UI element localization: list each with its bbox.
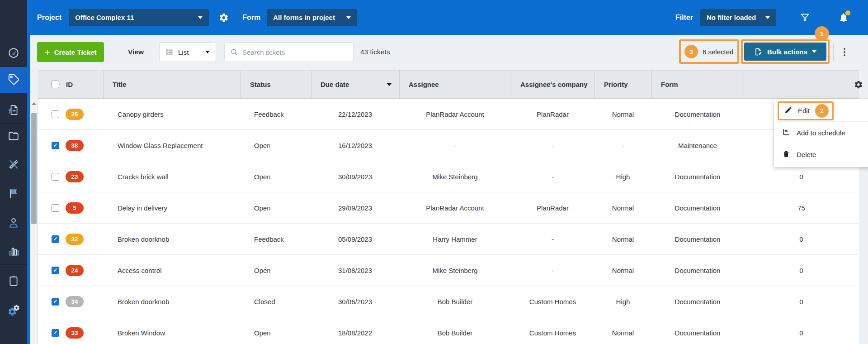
flag-icon <box>8 188 19 201</box>
statistics-chart-icon <box>8 245 19 259</box>
column-header-due-date[interactable]: Due date <box>311 71 399 98</box>
row-checkbox[interactable]: ✓ <box>52 235 59 243</box>
row-checkbox[interactable] <box>52 204 59 212</box>
person-icon <box>8 217 19 230</box>
column-header-form[interactable]: Form <box>651 71 744 98</box>
bulk-actions-menu: Edit 2Add to scheduleDelete <box>774 99 868 167</box>
ticket-assignee: - <box>399 130 511 161</box>
ticket-due-date: 30/06/2023 <box>311 286 399 317</box>
sort-caret-icon[interactable] <box>387 83 392 86</box>
table-row[interactable]: 5 Delay in delivery Open 29/09/2023 Plan… <box>38 192 859 224</box>
project-settings-button[interactable] <box>219 13 229 23</box>
sidebar-item-statistics[interactable] <box>0 239 27 265</box>
ticket-title[interactable]: Broken doorknob <box>103 286 241 317</box>
ticket-status: Open <box>241 255 311 286</box>
ticket-id-badge: 33 <box>66 327 84 339</box>
select-all-checkbox[interactable] <box>52 81 59 88</box>
sidebar <box>0 0 27 344</box>
table-row[interactable]: 25 Canopy girders Feedback 22/12/2023 Pl… <box>38 99 859 130</box>
sidebar-item-dashboard[interactable] <box>0 41 27 67</box>
filter-label: Filter <box>675 14 693 22</box>
notification-dot <box>845 10 850 15</box>
search-input[interactable] <box>242 48 348 56</box>
sidebar-item-contacts[interactable] <box>0 211 27 236</box>
ticket-status: Closed <box>241 286 311 317</box>
vertical-scrollbar[interactable] <box>30 99 38 344</box>
menu-item-edit[interactable]: Edit 2 <box>774 100 868 122</box>
clipboard-icon <box>8 275 19 288</box>
notifications-button[interactable] <box>838 12 849 23</box>
schedule-icon <box>782 128 790 138</box>
view-select[interactable]: List <box>159 42 216 62</box>
column-header-priority[interactable]: Priority <box>594 71 651 98</box>
sidebar-item-settings[interactable] <box>0 298 27 324</box>
ticket-title[interactable]: Window Glass Replacement <box>103 130 241 161</box>
ticket-assignee: PlanRadar Account <box>399 192 511 223</box>
ticket-id-badge: 23 <box>66 171 84 182</box>
search-box[interactable] <box>224 42 354 62</box>
ticket-title[interactable]: Access control <box>103 255 241 286</box>
column-settings-button[interactable] <box>854 80 863 91</box>
ticket-title[interactable]: Canopy girders <box>103 99 241 129</box>
row-checkbox[interactable]: ✓ <box>52 329 59 337</box>
forms-select[interactable]: All forms in project <box>267 9 357 26</box>
ticket-title[interactable]: Cracks brick wall <box>103 161 241 192</box>
menu-item-add-to-schedule[interactable]: Add to schedule <box>774 122 868 143</box>
sidebar-item-templates[interactable] <box>0 269 27 294</box>
row-checkbox[interactable]: ✓ <box>52 142 59 149</box>
ticket-title[interactable]: Delay in delivery <box>103 192 241 223</box>
main-content: + Create Ticket View List 43 tickets 3 6… <box>30 35 868 344</box>
table-row[interactable]: ✓ 38 Window Glass Replacement Open 16/12… <box>38 130 859 161</box>
folder-icon <box>8 130 19 143</box>
table-row[interactable]: 23 Cracks brick wall Open 30/09/2023 Mik… <box>38 161 859 192</box>
scrollbar-thumb[interactable] <box>31 113 37 224</box>
gear-icon <box>219 13 229 23</box>
sidebar-item-documents[interactable] <box>0 124 27 149</box>
toolbar-divider <box>833 43 834 61</box>
more-options-button[interactable] <box>838 42 851 62</box>
ticket-extra-value: 0 <box>744 317 859 344</box>
row-checkbox[interactable]: ✓ <box>52 298 59 306</box>
sidebar-item-milestones[interactable] <box>0 182 27 207</box>
column-header-title[interactable]: Title <box>103 71 241 98</box>
ticket-priority: Normal <box>594 192 651 223</box>
step-1-badge: 1 <box>815 26 829 41</box>
project-select[interactable]: Office Complex 11 <box>69 9 209 26</box>
filter-select[interactable]: No filter loaded <box>700 9 776 26</box>
column-header-status[interactable]: Status <box>241 71 311 98</box>
column-header-extra[interactable] <box>744 71 859 98</box>
ticket-assignee: Mike Steinberg <box>399 161 511 192</box>
bulk-actions-button[interactable]: Bulk actions <box>744 43 826 61</box>
table-row[interactable]: ✓ 32 Broken doorknob Feedback 05/09/2023… <box>38 224 859 255</box>
ticket-assignee-company: - <box>511 224 594 254</box>
column-header-assignee-company[interactable]: Assignee's company <box>511 71 594 98</box>
menu-item-delete[interactable]: Delete <box>774 143 868 165</box>
table-row[interactable]: ✓ 34 Broken doorknob Closed 30/06/2023 B… <box>38 286 859 317</box>
column-header-id[interactable]: ID <box>66 81 73 88</box>
chevron-down-icon <box>205 51 210 53</box>
scroll-up-arrow-icon[interactable] <box>32 102 36 105</box>
sidebar-item-reports[interactable] <box>0 98 27 124</box>
table-row[interactable]: ✓ 33 Broken Window Open 18/08/2022 Bob B… <box>38 317 859 344</box>
table-row[interactable]: ✓ 24 Access control Open 31/08/2023 Mike… <box>38 255 859 286</box>
column-header-assignee[interactable]: Assignee <box>399 71 511 98</box>
ticket-table-body: 25 Canopy girders Feedback 22/12/2023 Pl… <box>38 99 859 344</box>
row-checkbox[interactable] <box>52 110 59 118</box>
row-checkbox[interactable]: ✓ <box>52 267 59 274</box>
filter-funnel-button[interactable] <box>800 12 810 23</box>
kebab-icon <box>844 48 845 50</box>
ticket-title[interactable]: Broken Window <box>103 317 241 344</box>
row-checkbox[interactable] <box>52 173 59 181</box>
ticket-assignee-company: Custom Homes <box>511 317 594 344</box>
ticket-status: Open <box>241 192 311 223</box>
edit-item-highlight: Edit 2 <box>778 101 834 120</box>
ticket-due-date: 31/08/2023 <box>311 255 399 286</box>
ticket-assignee: Harry Hammer <box>399 224 511 254</box>
sidebar-item-tickets[interactable] <box>0 67 27 93</box>
ticket-title[interactable]: Broken doorknob <box>103 224 241 254</box>
ticket-extra-value: 75 <box>744 192 859 223</box>
ticket-assignee: Bob Builder <box>399 286 511 317</box>
sidebar-item-plans[interactable] <box>0 153 27 178</box>
settings-gears-icon <box>7 304 20 318</box>
create-ticket-button[interactable]: + Create Ticket <box>37 42 104 62</box>
